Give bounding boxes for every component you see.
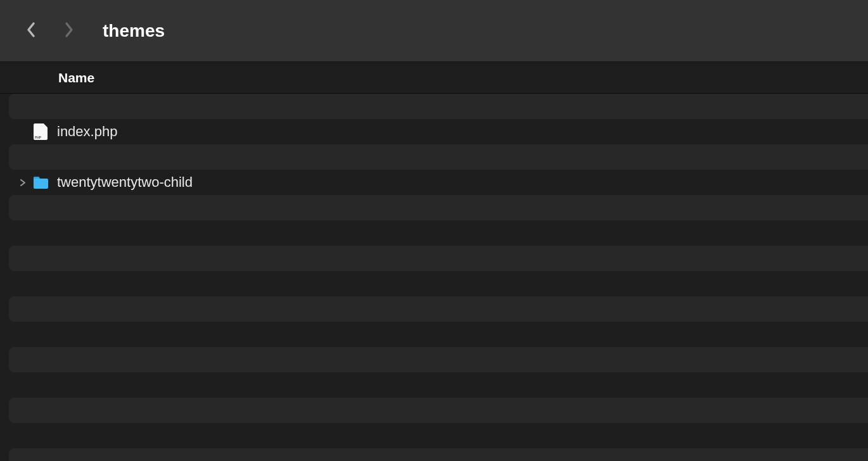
column-name-label: Name bbox=[58, 70, 94, 85]
chevron-right-icon bbox=[63, 21, 74, 41]
file-list: index.php twentytwentytwo bbox=[0, 94, 868, 461]
back-button[interactable] bbox=[24, 23, 39, 39]
chevron-left-icon bbox=[26, 21, 37, 41]
column-header[interactable]: Name bbox=[0, 62, 868, 94]
toolbar: themes bbox=[0, 0, 868, 62]
folder-title: themes bbox=[103, 21, 165, 41]
forward-button[interactable] bbox=[61, 23, 76, 39]
